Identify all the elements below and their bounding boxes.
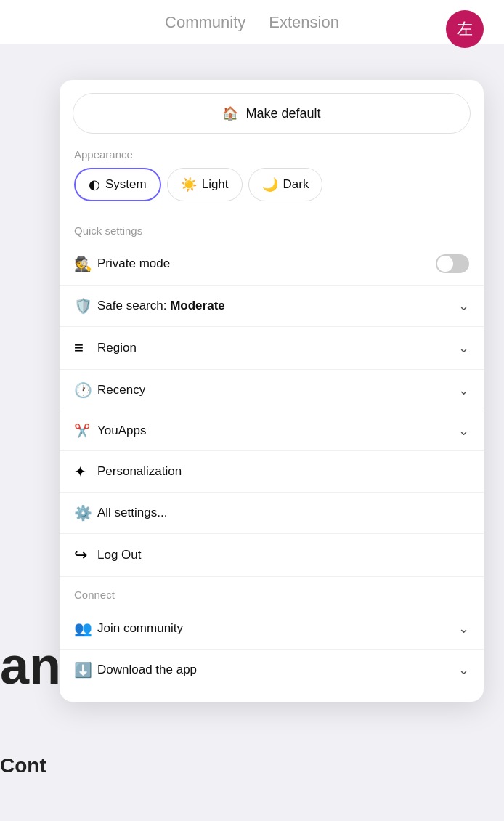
- download-app-label: Download the app: [97, 663, 452, 677]
- light-icon: ☀️: [181, 177, 197, 193]
- appearance-section-label: Appearance: [60, 145, 484, 168]
- recency-item[interactable]: 🕐 Recency ⌄: [60, 370, 484, 411]
- log-out-item[interactable]: ↪ Log Out: [60, 534, 484, 577]
- log-out-label: Log Out: [97, 548, 469, 562]
- safe-search-item[interactable]: 🛡️ Safe search: Moderate ⌄: [60, 286, 484, 327]
- nav-extension[interactable]: Extension: [269, 13, 339, 32]
- recency-label: Recency: [97, 383, 452, 397]
- appearance-system-button[interactable]: ◐ System: [74, 168, 161, 201]
- quick-settings-label: Quick settings: [60, 214, 484, 243]
- private-mode-icon: 🕵️: [74, 255, 97, 272]
- recency-icon: 🕐: [74, 381, 97, 399]
- recency-chevron: ⌄: [458, 382, 469, 398]
- avatar-button[interactable]: 左: [446, 10, 484, 48]
- all-settings-icon: ⚙️: [74, 504, 97, 522]
- log-out-icon: ↪: [74, 546, 97, 565]
- private-mode-toggle[interactable]: [436, 254, 469, 273]
- download-app-item[interactable]: ⬇️ Download the app ⌄: [60, 650, 484, 690]
- join-community-item[interactable]: 👥 Join community ⌄: [60, 608, 484, 650]
- nav-community[interactable]: Community: [165, 13, 245, 32]
- appearance-dark-button[interactable]: 🌙 Dark: [248, 168, 323, 201]
- make-default-label: Make default: [245, 106, 320, 121]
- all-settings-item[interactable]: ⚙️ All settings...: [60, 493, 484, 534]
- youapps-icon: ✂️: [74, 423, 97, 439]
- region-icon: ≡: [74, 339, 97, 357]
- personalization-item[interactable]: ✦ Personalization: [60, 451, 484, 493]
- personalization-label: Personalization: [97, 464, 469, 479]
- youapps-chevron: ⌄: [458, 423, 469, 439]
- appearance-light-button[interactable]: ☀️ Light: [167, 168, 243, 201]
- light-label: Light: [202, 177, 229, 192]
- dark-icon: 🌙: [262, 177, 278, 193]
- system-icon: ◐: [89, 177, 100, 193]
- download-app-chevron: ⌄: [458, 662, 469, 678]
- home-icon: 🏠: [222, 105, 238, 121]
- youapps-item[interactable]: ✂️ YouApps ⌄: [60, 411, 484, 451]
- private-mode-label: Private mode: [97, 256, 436, 271]
- top-nav: Community Extension 左: [0, 0, 504, 44]
- safe-search-icon: 🛡️: [74, 297, 97, 315]
- system-label: System: [105, 177, 147, 192]
- region-label: Region: [97, 341, 452, 355]
- bg-text-bottom: Cont: [0, 754, 46, 777]
- safe-search-label: Safe search: Moderate: [97, 299, 452, 313]
- region-chevron: ⌄: [458, 340, 469, 356]
- dropdown-panel: 🏠 Make default Appearance ◐ System ☀️ Li…: [60, 80, 484, 702]
- appearance-row: ◐ System ☀️ Light 🌙 Dark: [60, 168, 484, 214]
- youapps-label: YouApps: [97, 424, 452, 438]
- download-app-icon: ⬇️: [74, 661, 97, 679]
- join-community-chevron: ⌄: [458, 620, 469, 636]
- safe-search-chevron: ⌄: [458, 298, 469, 314]
- all-settings-label: All settings...: [97, 506, 469, 520]
- make-default-button[interactable]: 🏠 Make default: [73, 93, 471, 134]
- personalization-icon: ✦: [74, 463, 97, 480]
- join-community-icon: 👥: [74, 620, 97, 637]
- private-mode-item[interactable]: 🕵️ Private mode: [60, 243, 484, 286]
- dark-label: Dark: [283, 177, 309, 192]
- connect-section-label: Connect: [60, 577, 484, 608]
- region-item[interactable]: ≡ Region ⌄: [60, 327, 484, 370]
- join-community-label: Join community: [97, 621, 452, 636]
